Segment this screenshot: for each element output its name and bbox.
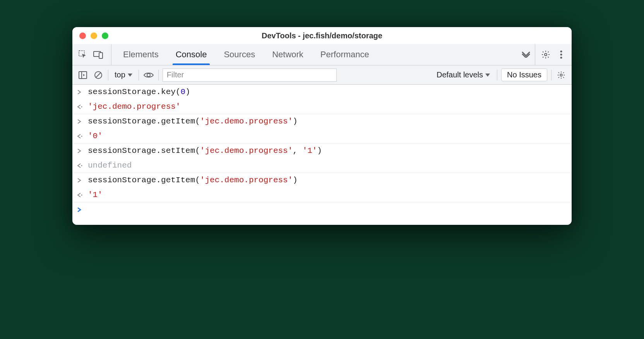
console-input-row: sessionStorage.getItem('jec.demo.progres… (72, 114, 572, 129)
separator (108, 70, 108, 80)
issues-button[interactable]: No Issues (501, 68, 547, 81)
window-close-button[interactable] (79, 33, 86, 39)
svg-point-16 (81, 194, 82, 195)
svg-point-6 (560, 57, 562, 59)
tabbar: ElementsConsoleSourcesNetworkPerformance (72, 44, 572, 65)
svg-line-10 (96, 73, 101, 77)
console-code: '0' (88, 132, 103, 140)
execution-context-select[interactable]: top (112, 70, 135, 79)
titlebar: DevTools - jec.fish/demo/storage (72, 27, 572, 44)
input-chevron-icon (77, 178, 84, 183)
tabbar-right-tools (535, 44, 567, 65)
svg-point-4 (560, 51, 562, 53)
clear-console-icon[interactable] (92, 69, 104, 81)
console-toolbar: top Default levels No Issues (72, 65, 572, 85)
traffic-lights (79, 33, 108, 39)
toggle-sidebar-icon[interactable] (77, 69, 89, 81)
console-code: 'jec.demo.progress' (88, 102, 180, 111)
tab-console[interactable]: Console (167, 44, 216, 65)
filter-input[interactable] (163, 68, 337, 82)
output-chevron-icon (77, 163, 84, 168)
input-chevron-icon (77, 119, 84, 124)
tab-performance[interactable]: Performance (312, 44, 378, 65)
separator (551, 70, 552, 80)
live-expression-eye-icon[interactable] (143, 69, 154, 81)
svg-point-11 (147, 74, 150, 77)
console-code: sessionStorage.getItem('jec.demo.progres… (88, 176, 298, 185)
svg-point-14 (81, 135, 82, 137)
console-code: '1' (88, 190, 103, 199)
svg-rect-2 (99, 53, 103, 58)
settings-gear-icon[interactable] (540, 49, 552, 60)
svg-point-5 (560, 54, 562, 56)
window-maximize-button[interactable] (102, 33, 108, 39)
svg-point-12 (560, 74, 562, 76)
console-code: sessionStorage.setItem('jec.demo.progres… (88, 146, 322, 155)
console-settings-gear-icon[interactable] (555, 69, 567, 81)
svg-point-13 (81, 106, 82, 107)
device-toolbar-icon[interactable] (92, 49, 104, 60)
levels-label: Default levels (437, 70, 483, 79)
more-menu-icon[interactable] (555, 49, 567, 60)
console-input-row: sessionStorage.setItem('jec.demo.progres… (72, 144, 572, 158)
log-levels-select[interactable]: Default levels (433, 70, 493, 79)
tab-sources[interactable]: Sources (215, 44, 264, 65)
inspect-element-icon[interactable] (77, 49, 89, 60)
console-code: sessionStorage.getItem('jec.demo.progres… (88, 117, 298, 126)
input-chevron-icon (77, 148, 84, 154)
tabbar-left-tools (77, 44, 111, 65)
prompt-chevron-icon (77, 207, 84, 212)
svg-rect-7 (79, 72, 87, 79)
context-label: top (115, 70, 125, 79)
separator (139, 70, 139, 80)
console-code: sessionStorage.key(0) (88, 87, 190, 96)
panel-tabs: ElementsConsoleSourcesNetworkPerformance (115, 44, 517, 65)
console-output-row: 'jec.demo.progress' (72, 99, 572, 114)
console-output-row: '0' (72, 129, 572, 144)
tab-elements[interactable]: Elements (115, 44, 167, 65)
console-output-row: undefined (72, 158, 572, 173)
devtools-window: DevTools - jec.fish/demo/storage Element… (72, 27, 572, 225)
more-tabs-button[interactable] (517, 44, 535, 65)
console-output-row: '1' (72, 188, 572, 202)
input-chevron-icon (77, 89, 84, 95)
tab-network[interactable]: Network (264, 44, 312, 65)
output-chevron-icon (77, 104, 84, 110)
window-minimize-button[interactable] (91, 33, 97, 39)
console-code: undefined (88, 161, 132, 170)
separator (497, 70, 497, 80)
console-prompt-row[interactable] (72, 202, 572, 217)
svg-point-15 (81, 165, 82, 166)
console-output: sessionStorage.key(0)'jec.demo.progress'… (72, 85, 572, 225)
output-chevron-icon (77, 134, 84, 139)
separator (158, 70, 159, 80)
console-input-row: sessionStorage.getItem('jec.demo.progres… (72, 173, 572, 188)
window-title: DevTools - jec.fish/demo/storage (72, 31, 572, 40)
output-chevron-icon (77, 192, 84, 198)
svg-point-3 (545, 53, 547, 56)
console-input-row: sessionStorage.key(0) (72, 85, 572, 99)
